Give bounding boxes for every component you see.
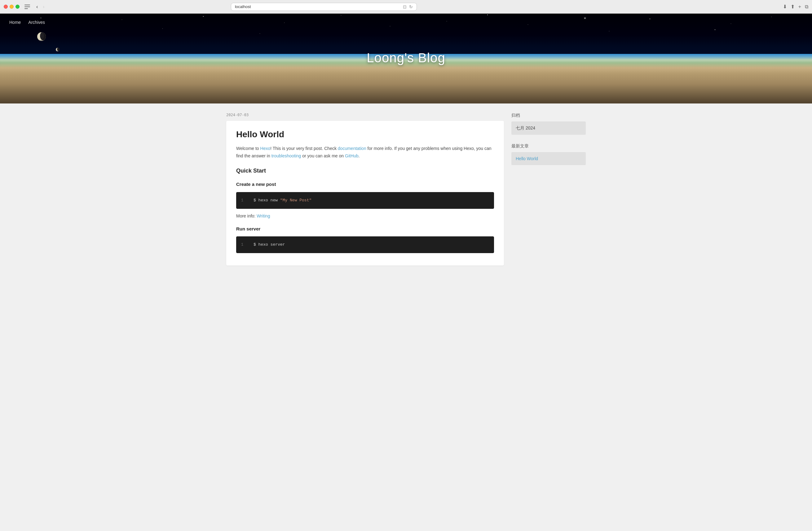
recent-post-link[interactable]: Hello World — [516, 156, 538, 161]
browser-chrome: ‹ › localhost ⊡ ↻ ⬇ ⬆ + ⧉ — [0, 0, 812, 14]
recent-posts-section: 最新文章 Hello World — [511, 144, 586, 165]
nav-archives[interactable]: Archives — [28, 20, 45, 25]
subsection-run-server: Run server — [236, 225, 494, 233]
hexo-link[interactable]: Hexo — [260, 146, 271, 151]
archives-section: 归档 七月 2024 — [511, 113, 586, 135]
forward-button[interactable]: › — [41, 4, 46, 10]
more-info-prefix: More info: — [236, 213, 257, 218]
back-button[interactable]: ‹ — [34, 4, 40, 10]
doc-link[interactable]: documentation — [338, 146, 366, 151]
sidebar: 归档 七月 2024 最新文章 Hello World — [511, 113, 586, 265]
code-block-new-post: 1 $ hexo new "My New Post" — [236, 192, 494, 209]
post-card: Hello World Welcome to Hexo! This is you… — [226, 121, 504, 265]
line-number-server: 1 — [241, 242, 249, 248]
recent-heading: 最新文章 — [511, 144, 586, 149]
downloads-button[interactable]: ⬇ — [783, 4, 787, 10]
recent-post-item: Hello World — [511, 152, 586, 165]
hero-banner: Home Archives Loong's Blog — [0, 14, 812, 103]
github-link[interactable]: GitHub — [345, 153, 359, 158]
code-cmd-server: $ hexo server — [253, 242, 285, 247]
more-info: More info: Writing — [236, 212, 494, 220]
code-line-server: 1 $ hexo server — [236, 241, 494, 249]
post-intro: Welcome to Hexo! This is your very first… — [236, 145, 494, 160]
after-hexo: ! This is your very first post. Check — [270, 146, 338, 151]
nav-arrows: ‹ › — [34, 4, 46, 10]
posts-area: 2024-07-03 Hello World Welcome to Hexo! … — [226, 113, 504, 265]
code-string: "My New Post" — [280, 198, 311, 203]
code-cmd: $ hexo new — [253, 198, 280, 203]
intro-text: Welcome to — [236, 146, 260, 151]
code-content-server: $ hexo server — [253, 241, 285, 248]
traffic-lights — [4, 5, 19, 9]
after-trouble: or you can ask me on — [301, 153, 345, 158]
new-tab-button[interactable]: + — [798, 4, 801, 10]
translate-icon: ⊡ — [403, 4, 407, 9]
archives-heading: 归档 — [511, 113, 586, 118]
main-content: 2024-07-03 Hello World Welcome to Hexo! … — [220, 103, 592, 275]
after-github: . — [359, 153, 360, 158]
tabs-button[interactable]: ⧉ — [805, 4, 808, 10]
code-block-server: 1 $ hexo server — [236, 236, 494, 253]
reload-icon[interactable]: ↻ — [409, 4, 413, 9]
address-icons: ⊡ ↻ — [403, 4, 413, 9]
blog-title: Loong's Blog — [367, 50, 445, 65]
address-bar[interactable]: localhost ⊡ ↻ — [231, 3, 417, 11]
trouble-link[interactable]: troubleshooting — [272, 153, 301, 158]
section-quick-start: Quick Start — [236, 166, 494, 176]
share-button[interactable]: ⬆ — [791, 4, 795, 10]
moon-small — [56, 48, 59, 51]
code-content: $ hexo new "My New Post" — [253, 197, 311, 204]
archives-item-label: 七月 2024 — [516, 126, 535, 130]
site-nav: Home Archives — [0, 14, 812, 31]
post-body: Welcome to Hexo! This is your very first… — [236, 145, 494, 253]
website: Home Archives Loong's Blog 2024-07-03 He… — [0, 14, 812, 531]
sidebar-toggle-button[interactable] — [25, 5, 30, 9]
post-date: 2024-07-03 — [226, 113, 504, 117]
writing-link[interactable]: Writing — [257, 213, 270, 218]
minimize-button[interactable] — [10, 5, 14, 9]
url-text: localhost — [235, 4, 251, 9]
nav-home[interactable]: Home — [9, 20, 21, 25]
archives-item-july: 七月 2024 — [511, 121, 586, 135]
maximize-button[interactable] — [15, 5, 19, 9]
subsection-create-post: Create a new post — [236, 180, 494, 188]
code-line-1: 1 $ hexo new "My New Post" — [236, 196, 494, 205]
close-button[interactable] — [4, 5, 8, 9]
moon — [37, 32, 46, 41]
post-title: Hello World — [236, 130, 494, 139]
toolbar-right: ⬇ ⬆ + ⧉ — [783, 4, 808, 10]
line-number: 1 — [241, 197, 249, 204]
